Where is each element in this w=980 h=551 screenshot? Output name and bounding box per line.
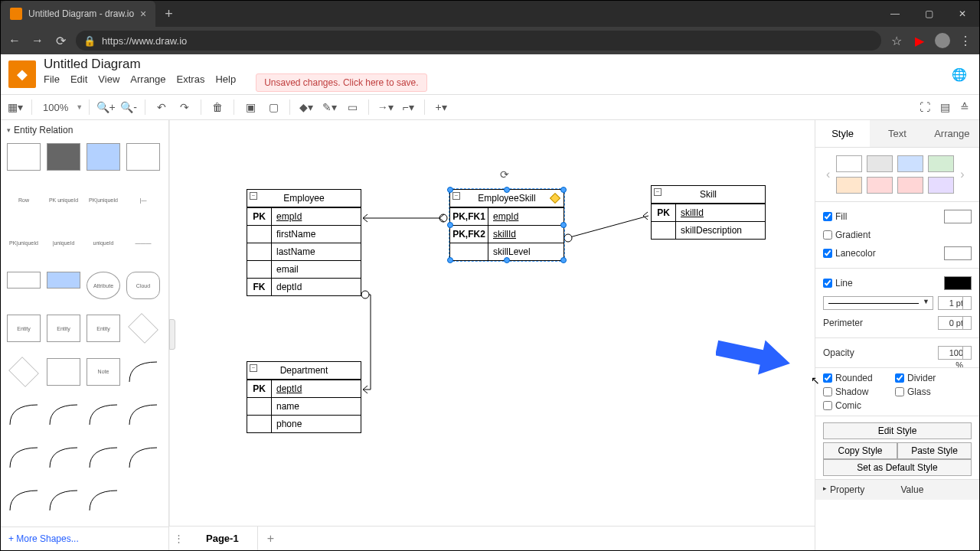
line-checkbox[interactable]: Line — [823, 278, 853, 289]
shape-rel-3[interactable] — [47, 401, 80, 429]
redo-icon[interactable]: ↷ — [175, 97, 194, 117]
lanecolor-swatch[interactable] — [944, 246, 972, 260]
sidebar-collapse-handle[interactable] — [169, 319, 175, 350]
resize-handle[interactable] — [560, 257, 567, 263]
shape-table-2[interactable] — [47, 143, 80, 171]
tab-arrange[interactable]: Arrange — [925, 120, 979, 147]
fill-color-icon[interactable]: ◆▾ — [296, 97, 316, 117]
shape-row-7[interactable]: uniqueId — [87, 229, 120, 256]
delete-icon[interactable]: 🗑 — [207, 97, 227, 117]
swatch[interactable] — [836, 177, 862, 194]
rounded-checkbox[interactable]: Rounded — [823, 373, 884, 383]
page-menu-icon[interactable]: ⋮ — [169, 533, 188, 544]
divider-checkbox[interactable]: Divider — [895, 373, 956, 383]
swatch[interactable] — [836, 155, 862, 172]
insert-icon[interactable]: +▾ — [431, 97, 451, 117]
shape-table-1[interactable] — [7, 143, 41, 171]
url-input[interactable]: 🔒 https://www.draw.io — [76, 31, 881, 51]
shape-entity-5[interactable]: Entity — [87, 315, 120, 342]
close-tab-icon[interactable]: × — [140, 8, 146, 20]
shape-rel-7[interactable] — [47, 444, 80, 471]
paste-style-button[interactable]: Paste Style — [897, 442, 972, 459]
fullscreen-icon[interactable]: ⛶ — [915, 97, 935, 117]
resize-handle[interactable] — [447, 187, 453, 193]
resize-handle[interactable] — [447, 257, 453, 263]
reload-icon[interactable]: ⟳ — [53, 33, 68, 48]
swatch[interactable] — [928, 177, 954, 194]
zoom-out-icon[interactable]: 🔍- — [119, 97, 139, 117]
undo-icon[interactable]: ↶ — [152, 97, 172, 117]
gradient-checkbox[interactable]: Gradient — [823, 230, 871, 240]
menu-extras[interactable]: Extras — [177, 73, 205, 92]
resize-handle[interactable] — [560, 222, 567, 228]
shape-rel-10[interactable] — [7, 487, 41, 514]
to-front-icon[interactable]: ▣ — [240, 97, 260, 117]
language-icon[interactable]: 🌐 — [952, 67, 967, 82]
fill-color-swatch[interactable] — [944, 210, 972, 223]
save-prompt[interactable]: Unsaved changes. Click here to save. — [256, 73, 426, 92]
shape-row-1[interactable]: Row — [7, 186, 41, 214]
entity-employeeskill[interactable]: −EmployeeSkill PK,FK1empId PK,FK2skillId… — [449, 189, 564, 261]
shape-diamond-1[interactable] — [128, 314, 158, 344]
shape-row-8[interactable]: ——— — [126, 229, 160, 256]
shape-row-5[interactable]: PK|uniqueId — [7, 229, 41, 256]
swatch-next-icon[interactable]: › — [957, 168, 967, 181]
menu-help[interactable]: Help — [215, 73, 236, 92]
add-page-button[interactable]: + — [258, 532, 283, 546]
line-color-icon[interactable]: ✎▾ — [319, 97, 339, 117]
shadow-icon[interactable]: ▭ — [342, 97, 362, 117]
minimize-icon[interactable]: — — [878, 1, 912, 27]
menu-file[interactable]: File — [44, 73, 60, 92]
shape-row-2[interactable]: PK uniqueId — [47, 186, 80, 214]
shape-entity-4[interactable]: Entity — [47, 315, 80, 342]
line-style-select[interactable]: ▼ — [823, 296, 933, 310]
comic-checkbox[interactable]: Comic — [823, 400, 884, 411]
shape-rel-2[interactable] — [7, 401, 41, 429]
swatch[interactable] — [867, 177, 893, 194]
edit-style-button[interactable]: Edit Style — [823, 422, 972, 439]
swatch[interactable] — [928, 155, 954, 172]
format-panel-icon[interactable]: ▤ — [935, 97, 955, 117]
shape-note[interactable]: Note — [87, 358, 120, 386]
browser-menu-icon[interactable]: ⋮ — [958, 33, 973, 48]
shape-diamond-2[interactable] — [8, 357, 39, 387]
back-icon[interactable]: ← — [7, 33, 22, 48]
resize-handle[interactable] — [504, 257, 510, 263]
palette-section-title[interactable]: Entity Relation — [1, 120, 168, 140]
tab-style[interactable]: Style — [815, 120, 870, 147]
view-mode-icon[interactable]: ▦▾ — [5, 97, 25, 117]
shape-rel-11[interactable] — [47, 487, 80, 514]
line-color-swatch[interactable] — [944, 276, 972, 290]
canvas[interactable]: ⟳ −Employee PKempId firstName lastName e… — [169, 120, 815, 526]
to-back-icon[interactable]: ▢ — [263, 97, 283, 117]
shape-row-3[interactable]: PK|uniqueId — [87, 186, 120, 214]
shape-rel-12[interactable] — [87, 487, 120, 514]
waypoint-icon[interactable]: ⌐▾ — [398, 97, 418, 117]
entity-department[interactable]: −Department PKdeptId name phone — [247, 361, 361, 433]
shape-rel-5[interactable] — [126, 401, 160, 429]
connection-icon[interactable]: →▾ — [375, 97, 395, 117]
resize-handle[interactable] — [504, 187, 510, 193]
shape-rel-1[interactable] — [126, 358, 160, 386]
collapse-icon[interactable]: ≙ — [955, 97, 975, 117]
shape-table-4[interactable] — [126, 143, 160, 171]
shape-entity-2[interactable] — [47, 272, 80, 289]
resize-handle[interactable] — [447, 222, 453, 228]
star-icon[interactable]: ☆ — [889, 33, 904, 48]
zoom-level[interactable]: 100% — [38, 102, 73, 113]
shape-rel-6[interactable] — [7, 444, 41, 471]
tab-text[interactable]: Text — [870, 120, 924, 147]
page-tab-1[interactable]: Page-1 — [188, 527, 258, 550]
line-width-input[interactable]: 1 pt — [938, 296, 972, 310]
shape-row-4[interactable]: |— — [126, 186, 160, 214]
shadow-checkbox[interactable]: Shadow — [823, 386, 884, 397]
more-shapes-button[interactable]: + More Shapes... — [1, 527, 168, 550]
shape-circle[interactable]: Attribute — [87, 272, 120, 299]
swatch-prev-icon[interactable]: ‹ — [823, 168, 833, 181]
fill-checkbox[interactable]: Fill — [823, 211, 847, 222]
shape-entity-1[interactable] — [7, 272, 41, 289]
forward-icon[interactable]: → — [30, 33, 45, 48]
opacity-input[interactable]: 100 % — [938, 346, 972, 360]
rotate-handle[interactable]: ⟳ — [500, 168, 509, 181]
zoom-in-icon[interactable]: 🔍+ — [96, 97, 116, 117]
